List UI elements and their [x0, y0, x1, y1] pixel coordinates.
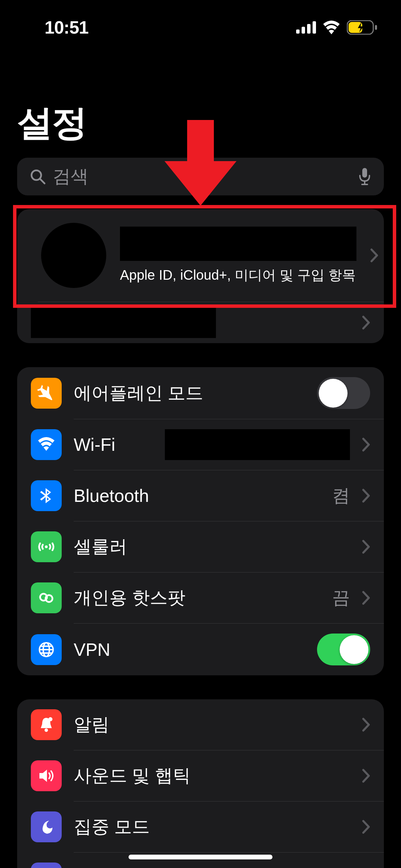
sound-icon	[31, 760, 62, 791]
cellular-label: 셀룰러	[74, 535, 350, 559]
account-extra-redacted	[31, 307, 216, 338]
microphone-icon[interactable]	[358, 167, 372, 186]
wifi-row[interactable]: Wi-Fi	[17, 419, 384, 470]
hotspot-row[interactable]: 개인용 핫스팟 끔	[17, 572, 384, 623]
focus-label: 집중 모드	[74, 815, 350, 839]
svg-point-20	[45, 728, 48, 732]
chevron-right-icon	[362, 540, 370, 554]
svg-rect-9	[362, 168, 367, 178]
apple-id-row[interactable]: Apple ID, iCloud+, 미디어 및 구입 항목	[17, 209, 384, 302]
bluetooth-label: Bluetooth	[74, 485, 320, 506]
svg-point-12	[45, 545, 48, 548]
svg-rect-3	[313, 21, 316, 34]
chevron-right-icon	[362, 437, 370, 452]
apple-id-subtitle: Apple ID, iCloud+, 미디어 및 구입 항목	[120, 266, 356, 285]
status-bar: 10:51	[0, 0, 401, 45]
notifications-icon	[31, 709, 62, 740]
bluetooth-icon	[31, 480, 62, 511]
wifi-value-redacted	[165, 429, 350, 460]
bluetooth-value: 켬	[332, 484, 350, 508]
sound-row[interactable]: 사운드 및 햅틱	[17, 750, 384, 801]
screen-time-icon	[31, 863, 62, 868]
svg-point-21	[48, 717, 52, 721]
airplane-mode-toggle[interactable]	[317, 377, 370, 409]
chevron-right-icon	[362, 489, 370, 503]
chevron-right-icon	[362, 769, 370, 783]
account-name-redacted	[120, 227, 356, 261]
vpn-toggle[interactable]	[317, 634, 370, 665]
hotspot-label: 개인용 핫스팟	[74, 586, 320, 610]
hotspot-value: 끔	[332, 586, 350, 610]
hotspot-icon	[31, 582, 62, 613]
notifications-label: 알림	[74, 713, 350, 737]
connectivity-group: 에어플레인 모드 Wi-Fi Bluetooth 켬	[17, 367, 384, 675]
cellular-row[interactable]: 셀룰러	[17, 521, 384, 572]
annotation-arrow	[165, 120, 236, 207]
vpn-icon	[31, 634, 62, 665]
cellular-signal-icon	[296, 21, 316, 34]
system-group: 알림 사운드 및 햅틱 집중 모드	[17, 699, 384, 868]
chevron-right-icon	[362, 718, 370, 732]
status-icons	[296, 20, 377, 35]
screen-time-label: 스크린 타임	[74, 866, 350, 868]
svg-rect-6	[375, 25, 377, 30]
airplane-mode-row[interactable]: 에어플레인 모드	[17, 367, 384, 419]
chevron-right-icon	[362, 315, 370, 330]
wifi-icon	[322, 21, 341, 34]
airplane-icon	[31, 378, 62, 409]
bluetooth-row[interactable]: Bluetooth 켬	[17, 470, 384, 521]
status-time: 10:51	[45, 17, 88, 38]
chevron-right-icon	[362, 591, 370, 605]
vpn-row[interactable]: VPN	[17, 624, 384, 675]
account-section: Apple ID, iCloud+, 미디어 및 구입 항목	[17, 209, 384, 343]
svg-line-8	[40, 179, 45, 183]
svg-rect-0	[296, 29, 300, 34]
focus-row[interactable]: 집중 모드	[17, 801, 384, 852]
battery-charging-icon	[347, 20, 377, 35]
sound-label: 사운드 및 햅틱	[74, 764, 350, 788]
avatar	[41, 223, 106, 288]
airplane-mode-label: 에어플레인 모드	[74, 381, 305, 405]
notifications-row[interactable]: 알림	[17, 699, 384, 750]
cellular-icon	[31, 531, 62, 562]
svg-rect-1	[302, 27, 305, 34]
home-indicator[interactable]	[129, 855, 272, 859]
wifi-icon	[31, 429, 62, 460]
chevron-right-icon	[370, 248, 378, 263]
search-icon	[29, 168, 46, 185]
chevron-right-icon	[362, 820, 370, 834]
focus-icon	[31, 811, 62, 842]
vpn-label: VPN	[74, 639, 305, 660]
account-extra-row[interactable]	[17, 302, 384, 343]
svg-rect-2	[307, 24, 311, 34]
wifi-label: Wi-Fi	[74, 434, 153, 455]
